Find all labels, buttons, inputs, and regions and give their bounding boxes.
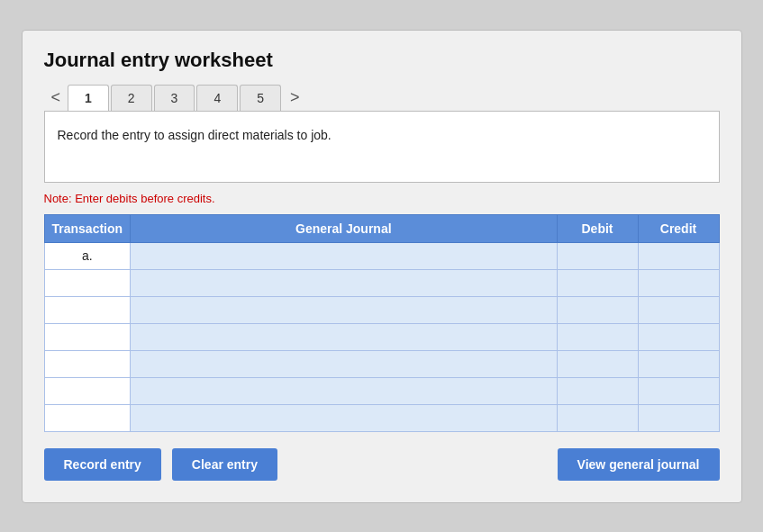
cell-credit-4[interactable] bbox=[638, 350, 719, 377]
input-debit-3[interactable] bbox=[558, 324, 638, 350]
input-credit-1[interactable] bbox=[639, 270, 719, 296]
cell-transaction-1 bbox=[44, 269, 131, 296]
input-journal-3[interactable] bbox=[131, 324, 556, 350]
cell-debit-1[interactable] bbox=[557, 269, 638, 296]
input-journal-1[interactable] bbox=[131, 270, 556, 296]
input-journal-4[interactable] bbox=[131, 351, 556, 377]
record-entry-button[interactable]: Record entry bbox=[44, 448, 161, 481]
cell-credit-2[interactable] bbox=[638, 296, 719, 323]
table-row bbox=[44, 269, 719, 296]
prev-arrow[interactable]: < bbox=[44, 85, 68, 111]
input-debit-5[interactable] bbox=[558, 378, 638, 404]
cell-debit-6[interactable] bbox=[557, 404, 638, 431]
table-row bbox=[44, 296, 719, 323]
table-row bbox=[44, 404, 719, 431]
input-credit-5[interactable] bbox=[639, 378, 719, 404]
tab-2[interactable]: 2 bbox=[111, 85, 152, 111]
input-credit-3[interactable] bbox=[639, 324, 719, 350]
col-header-journal: General Journal bbox=[131, 214, 557, 242]
worksheet-container: Journal entry worksheet < 1 2 3 4 5 > Re… bbox=[22, 30, 742, 503]
input-debit-1[interactable] bbox=[558, 270, 638, 296]
cell-debit-3[interactable] bbox=[557, 323, 638, 350]
cell-journal-0[interactable] bbox=[131, 242, 557, 269]
cell-journal-6[interactable] bbox=[131, 404, 557, 431]
input-debit-0[interactable] bbox=[558, 243, 638, 269]
instruction-box: Record the entry to assign direct materi… bbox=[44, 111, 720, 183]
cell-credit-1[interactable] bbox=[638, 269, 719, 296]
cell-transaction-0: a. bbox=[44, 242, 131, 269]
cell-transaction-5 bbox=[44, 377, 131, 404]
cell-journal-5[interactable] bbox=[131, 377, 557, 404]
cell-transaction-2 bbox=[44, 296, 131, 323]
input-credit-6[interactable] bbox=[639, 405, 719, 431]
cell-journal-1[interactable] bbox=[131, 269, 557, 296]
view-general-journal-button[interactable]: View general journal bbox=[558, 448, 720, 481]
input-credit-0[interactable] bbox=[639, 243, 719, 269]
table-row bbox=[44, 350, 719, 377]
col-header-credit: Credit bbox=[638, 214, 719, 242]
cell-transaction-6 bbox=[44, 404, 131, 431]
cell-transaction-4 bbox=[44, 350, 131, 377]
cell-credit-6[interactable] bbox=[638, 404, 719, 431]
cell-debit-5[interactable] bbox=[557, 377, 638, 404]
tab-5[interactable]: 5 bbox=[240, 85, 281, 111]
tab-1[interactable]: 1 bbox=[68, 85, 109, 111]
instruction-text: Record the entry to assign direct materi… bbox=[58, 128, 332, 142]
next-arrow[interactable]: > bbox=[283, 85, 307, 111]
tabs-row: < 1 2 3 4 5 > bbox=[44, 85, 720, 111]
cell-journal-3[interactable] bbox=[131, 323, 557, 350]
table-row: a. bbox=[44, 242, 719, 269]
input-journal-6[interactable] bbox=[131, 405, 556, 431]
col-header-transaction: Transaction bbox=[44, 214, 131, 242]
input-journal-2[interactable] bbox=[131, 297, 556, 323]
page-title: Journal entry worksheet bbox=[44, 49, 720, 72]
cell-transaction-3 bbox=[44, 323, 131, 350]
tab-3[interactable]: 3 bbox=[154, 85, 195, 111]
input-journal-0[interactable] bbox=[131, 243, 556, 269]
input-debit-6[interactable] bbox=[558, 405, 638, 431]
table-row bbox=[44, 377, 719, 404]
table-row bbox=[44, 323, 719, 350]
cell-debit-4[interactable] bbox=[557, 350, 638, 377]
clear-entry-button[interactable]: Clear entry bbox=[172, 448, 277, 481]
cell-journal-4[interactable] bbox=[131, 350, 557, 377]
col-header-debit: Debit bbox=[557, 214, 638, 242]
buttons-row: Record entry Clear entry View general jo… bbox=[44, 448, 720, 481]
tab-4[interactable]: 4 bbox=[196, 85, 238, 111]
input-debit-4[interactable] bbox=[558, 351, 638, 377]
cell-debit-0[interactable] bbox=[557, 242, 638, 269]
cell-credit-5[interactable] bbox=[638, 377, 719, 404]
input-debit-2[interactable] bbox=[558, 297, 638, 323]
input-journal-5[interactable] bbox=[131, 378, 556, 404]
cell-journal-2[interactable] bbox=[131, 296, 557, 323]
cell-debit-2[interactable] bbox=[557, 296, 638, 323]
cell-credit-0[interactable] bbox=[638, 242, 719, 269]
note-text: Note: Enter debits before credits. bbox=[44, 192, 720, 205]
input-credit-4[interactable] bbox=[639, 351, 719, 377]
cell-credit-3[interactable] bbox=[638, 323, 719, 350]
journal-table: Transaction General Journal Debit Credit… bbox=[44, 214, 720, 432]
input-credit-2[interactable] bbox=[639, 297, 719, 323]
